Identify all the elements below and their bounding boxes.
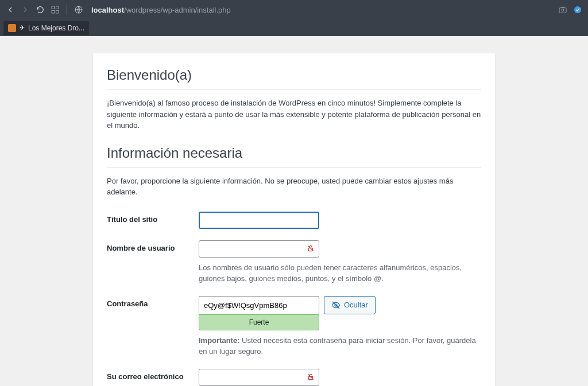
url-path: /wordpress/wp-admin/install.php <box>124 6 231 14</box>
svg-rect-0 <box>52 6 55 9</box>
password-input[interactable] <box>199 296 319 314</box>
welcome-heading: Bienvenido(a) <box>107 67 481 89</box>
tab-favicon-icon <box>8 24 16 32</box>
back-icon[interactable] <box>6 5 15 14</box>
shield-check-icon[interactable] <box>573 5 582 14</box>
url-domain: localhost <box>91 6 124 14</box>
info-text: Por favor, proporcione la siguiente info… <box>107 176 481 198</box>
username-row: Nombre de usuario Los nombres de usuario… <box>107 240 481 284</box>
svg-rect-1 <box>56 6 59 9</box>
camera-icon[interactable] <box>558 5 567 14</box>
email-input[interactable] <box>199 369 319 386</box>
tab-bar: ✈ Los Mejores Dro... <box>0 20 588 36</box>
grid-icon[interactable] <box>51 5 60 14</box>
password-strength-meter: Fuerte <box>199 314 319 330</box>
important-label: Importante: <box>199 336 240 345</box>
reload-icon[interactable] <box>36 5 45 14</box>
email-label: Su correo electrónico <box>107 369 199 381</box>
hide-btn-label: Ocultar <box>344 301 368 309</box>
lock-icon <box>307 244 315 254</box>
eye-slash-icon <box>331 301 341 310</box>
email-row: Su correo electrónico <box>107 369 481 386</box>
url-bar[interactable]: localhost/wordpress/wp-admin/install.php <box>89 6 552 14</box>
welcome-text: ¡Bienvenido(a) al famoso proceso de inst… <box>107 98 481 131</box>
browser-toolbar: localhost/wordpress/wp-admin/install.php <box>0 0 588 20</box>
lock-icon <box>307 373 315 383</box>
svg-rect-5 <box>559 8 566 13</box>
site-title-row: Título del sitio <box>107 212 481 229</box>
svg-rect-2 <box>52 10 55 13</box>
plane-icon: ✈ <box>20 24 25 32</box>
username-description: Los nombres de usuario sólo pueden tener… <box>199 262 481 284</box>
svg-point-7 <box>574 6 581 13</box>
svg-point-6 <box>562 9 564 11</box>
username-input[interactable] <box>199 240 319 258</box>
password-important: Importante: Usted necesita esta contrase… <box>199 335 481 357</box>
forward-icon[interactable] <box>21 5 30 14</box>
site-title-label: Título del sitio <box>107 212 199 224</box>
important-text: Usted necesita esta contraseña para inic… <box>199 336 476 356</box>
install-box: Bienvenido(a) ¡Bienvenido(a) al famoso p… <box>93 53 495 386</box>
browser-tab[interactable]: ✈ Los Mejores Dro... <box>3 21 89 35</box>
password-label: Contraseña <box>107 296 199 308</box>
toolbar-divider <box>67 5 67 15</box>
globe-icon[interactable] <box>74 5 83 14</box>
password-row: Contraseña Fuerte Ocultar Importante: Us… <box>107 296 481 357</box>
username-label: Nombre de usuario <box>107 240 199 252</box>
tab-title: Los Mejores Dro... <box>28 24 84 32</box>
site-title-input[interactable] <box>199 212 319 229</box>
hide-password-button[interactable]: Ocultar <box>324 296 376 314</box>
info-heading: Información necesaria <box>107 145 481 167</box>
svg-rect-3 <box>56 10 59 13</box>
content-area: Bienvenido(a) ¡Bienvenido(a) al famoso p… <box>0 36 588 386</box>
